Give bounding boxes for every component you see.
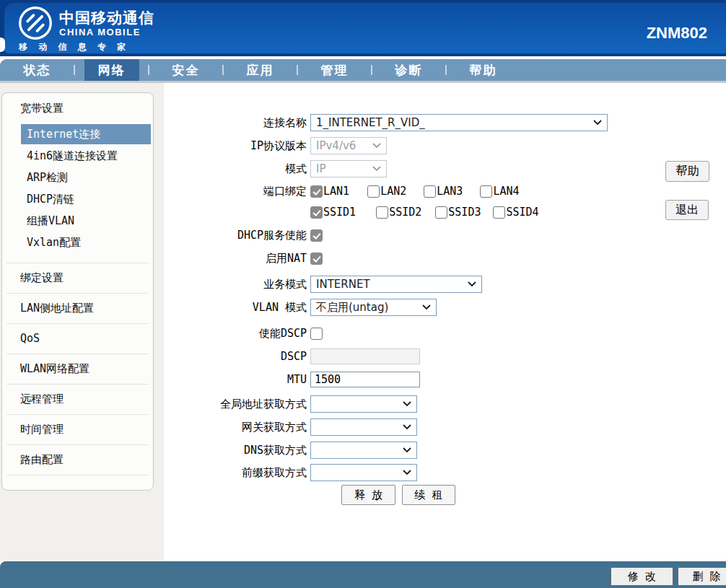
ssid3-checkbox-item: SSID3 bbox=[435, 206, 481, 219]
dns-mode-select[interactable] bbox=[310, 442, 417, 459]
row-ip-version: IP协议版本 IPv4/v6 bbox=[0, 137, 387, 154]
row-mtu: MTU bbox=[0, 372, 420, 387]
router-admin-page: 中国移动通信 CHINA MOBILE 移 动 信 息 专 家 ZNM802 状… bbox=[0, 0, 726, 588]
ip-version-select: IPv4/v6 bbox=[310, 137, 387, 154]
ssid2-checkbox-item: SSID2 bbox=[376, 206, 421, 219]
nat-enable-checkbox[interactable] bbox=[310, 253, 323, 265]
ssid4-checkbox[interactable] bbox=[493, 206, 505, 219]
row-gateway-mode: 网关获取方式 bbox=[0, 418, 417, 436]
chevron-down-icon bbox=[403, 424, 411, 430]
dhcp-enable-label: DHCP服务使能 bbox=[0, 229, 310, 242]
brand-tagline: 移 动 信 息 专 家 bbox=[19, 41, 128, 53]
footer-bar: 修 改 删 除 bbox=[0, 561, 726, 588]
lan3-checkbox-item: LAN3 bbox=[424, 185, 463, 198]
brand-logo: 中国移动通信 CHINA MOBILE bbox=[17, 5, 154, 41]
brand-text: 中国移动通信 CHINA MOBILE bbox=[59, 9, 154, 38]
row-vlan-mode: VLAN 模式 不启用(untag) bbox=[0, 299, 437, 316]
tab-management[interactable]: 管理 bbox=[297, 59, 372, 81]
ssid2-checkbox[interactable] bbox=[376, 206, 388, 219]
lan2-checkbox[interactable] bbox=[367, 185, 380, 198]
device-model: ZNM802 bbox=[647, 24, 707, 43]
prefix-mode-select[interactable] bbox=[310, 464, 417, 481]
mode-select: IP bbox=[310, 160, 387, 177]
row-port-binding-ssid: SSID1 SSID2 SSID3 SSID4 bbox=[0, 206, 539, 219]
ssid4-checkbox-item: SSID4 bbox=[493, 206, 538, 219]
main-nav: 状态 网络 安全 应用 管理 诊断 帮助 bbox=[0, 59, 726, 83]
lan3-checkbox[interactable] bbox=[424, 185, 436, 198]
lan1-checkbox-item: LAN1 bbox=[310, 185, 349, 198]
dhcp-enable-checkbox[interactable] bbox=[310, 229, 323, 242]
row-dhcp-enable: DHCP服务使能 bbox=[0, 229, 323, 242]
dscp-enable-label: 使能DSCP bbox=[0, 327, 310, 341]
tab-help[interactable]: 帮助 bbox=[446, 59, 520, 81]
row-connection-name: 连接名称 1_INTERNET_R_VID_ bbox=[0, 114, 608, 131]
chevron-down-icon bbox=[403, 401, 411, 407]
connection-name-select[interactable]: 1_INTERNET_R_VID_ bbox=[310, 114, 608, 131]
row-port-binding-lan: 端口绑定 LAN1 LAN2 LAN3 LAN4 bbox=[0, 185, 520, 198]
mtu-input[interactable] bbox=[310, 372, 420, 387]
mode-label: 模式 bbox=[0, 162, 310, 176]
header-notch bbox=[0, 38, 5, 52]
nat-enable-label: 启用NAT bbox=[0, 252, 310, 266]
prefix-mode-label: 前缀获取方式 bbox=[0, 466, 310, 480]
exit-button[interactable]: 退出 bbox=[665, 200, 709, 220]
row-mode: 模式 IP bbox=[0, 160, 387, 177]
tab-application[interactable]: 应用 bbox=[223, 59, 297, 81]
ip-version-label: IP协议版本 bbox=[0, 139, 310, 153]
row-dns-mode: DNS获取方式 bbox=[0, 442, 417, 459]
global-addr-mode-label: 全局地址获取方式 bbox=[0, 398, 310, 411]
delete-button[interactable]: 删 除 bbox=[678, 567, 726, 586]
chevron-down-icon bbox=[403, 470, 411, 475]
chevron-down-icon bbox=[422, 304, 431, 310]
row-global-addr-mode: 全局地址获取方式 bbox=[0, 395, 417, 413]
row-nat-enable: 启用NAT bbox=[0, 252, 323, 265]
chevron-down-icon bbox=[593, 120, 602, 126]
chevron-down-icon bbox=[468, 281, 476, 287]
dscp-enable-checkbox[interactable] bbox=[310, 328, 323, 340]
brand-name-cn: 中国移动通信 bbox=[59, 9, 154, 27]
row-dscp-enable: 使能DSCP bbox=[0, 327, 323, 340]
port-binding-label: 端口绑定 bbox=[0, 185, 310, 198]
help-button[interactable]: 帮助 bbox=[665, 161, 709, 182]
dscp-label: DSCP bbox=[0, 350, 310, 363]
service-mode-label: 业务模式 bbox=[0, 278, 310, 291]
release-button[interactable]: 释 放 bbox=[341, 485, 395, 505]
mtu-label: MTU bbox=[0, 373, 310, 386]
content-area: 宽带设置 Internet连接 4in6隧道连接设置 ARP检测 DHCP清链 … bbox=[0, 83, 726, 561]
lan4-checkbox-item: LAN4 bbox=[480, 185, 519, 198]
lan2-checkbox-item: LAN2 bbox=[367, 185, 406, 198]
service-mode-select[interactable]: INTERNET bbox=[310, 276, 482, 293]
ssid1-checkbox[interactable] bbox=[310, 206, 323, 219]
header: 中国移动通信 CHINA MOBILE 移 动 信 息 专 家 ZNM802 bbox=[0, 0, 726, 56]
renew-button[interactable]: 续 租 bbox=[402, 485, 455, 505]
gateway-mode-label: 网关获取方式 bbox=[0, 421, 310, 434]
gateway-mode-select[interactable] bbox=[310, 418, 417, 436]
tab-status[interactable]: 状态 bbox=[0, 59, 74, 81]
vlan-mode-label: VLAN 模式 bbox=[0, 301, 310, 315]
connection-name-label: 连接名称 bbox=[0, 116, 310, 130]
dns-mode-label: DNS获取方式 bbox=[0, 444, 310, 457]
brand-name-en: CHINA MOBILE bbox=[59, 27, 154, 38]
row-prefix-mode: 前缀获取方式 bbox=[0, 464, 417, 481]
tab-diagnosis[interactable]: 诊断 bbox=[372, 59, 446, 81]
chevron-down-icon bbox=[372, 166, 381, 172]
row-dscp: DSCP bbox=[0, 348, 420, 364]
chevron-down-icon bbox=[372, 143, 381, 149]
lan1-checkbox[interactable] bbox=[310, 185, 323, 198]
chevron-down-icon bbox=[403, 447, 411, 453]
lan4-checkbox[interactable] bbox=[480, 185, 492, 198]
tab-security[interactable]: 安全 bbox=[149, 59, 223, 81]
china-mobile-logo-icon bbox=[17, 5, 53, 41]
tab-network[interactable]: 网络 bbox=[74, 59, 149, 81]
dscp-input bbox=[310, 348, 420, 364]
vlan-mode-select[interactable]: 不启用(untag) bbox=[310, 299, 437, 316]
row-action-buttons: 释 放 续 租 bbox=[341, 485, 455, 505]
global-addr-mode-select[interactable] bbox=[310, 395, 417, 413]
ssid1-checkbox-item: SSID1 bbox=[310, 206, 356, 219]
modify-button[interactable]: 修 改 bbox=[611, 567, 673, 586]
row-service-mode: 业务模式 INTERNET bbox=[0, 276, 482, 293]
ssid3-checkbox[interactable] bbox=[435, 206, 447, 219]
